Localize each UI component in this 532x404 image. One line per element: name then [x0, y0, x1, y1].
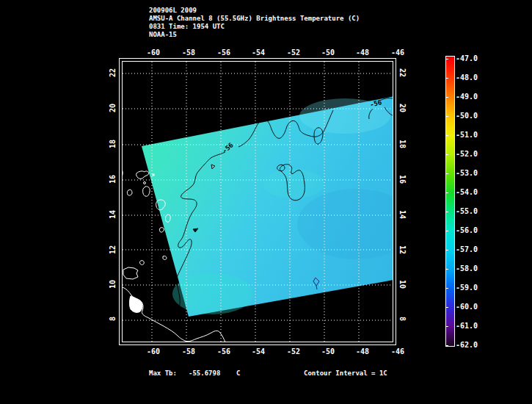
colorbar-tick [446, 116, 448, 117]
lat-tick-label: 22 [109, 68, 117, 77]
lon-tick-label: -50 [321, 347, 335, 356]
colorbar-tick [446, 345, 448, 346]
colorbar-tick-label: -59.0 [456, 284, 478, 292]
lon-tick-label: -48 [356, 48, 369, 57]
lat-tick-label: 8 [398, 317, 407, 321]
lat-tick-label: 22 [398, 68, 407, 77]
max-tb-label: Max Tb: [149, 369, 177, 377]
colorbar-tick [446, 269, 448, 270]
colorbar-tick [446, 212, 448, 212]
colorbar-tick-label: -52.0 [456, 151, 478, 158]
lat-tick-label: 16 [398, 175, 407, 184]
lon-tick-label: -58 [182, 48, 195, 57]
max-tb-unit: C [236, 369, 240, 377]
lon-tick-label: -50 [321, 48, 335, 57]
colorbar-tick [446, 288, 448, 289]
lon-tick-label: -54 [252, 48, 265, 57]
lon-tick-label: -54 [252, 347, 265, 356]
lon-tick-label: -46 [391, 347, 404, 356]
lon-tick-label: -58 [182, 347, 195, 356]
lat-tick-label: 18 [398, 140, 407, 148]
lat-tick-label: 16 [109, 175, 117, 184]
colorbar-tick-label: -51.0 [456, 131, 478, 139]
swath-texture-blob [172, 273, 253, 314]
colorbar-tick-label: -61.0 [456, 322, 478, 330]
colorbar-tick-label: -56.0 [456, 227, 478, 234]
colorbar-tick-label: -54.0 [456, 189, 478, 196]
colorbar-tick [446, 307, 448, 308]
colorbar-tick-label: -53.0 [456, 170, 478, 177]
colorbar-tick-label: -58.0 [456, 265, 478, 273]
lat-tick-label: 12 [109, 245, 117, 254]
colorbar-tick [446, 78, 448, 79]
lat-tick-label: 14 [398, 210, 407, 219]
colorbar-tick [446, 250, 448, 250]
lon-tick-label: -52 [287, 48, 300, 57]
colorbar [445, 56, 455, 347]
colorbar-tick-label: -62.0 [456, 342, 478, 349]
swath-texture-blob [297, 189, 415, 259]
colorbar-tick [446, 97, 448, 98]
colorbar-tick [446, 154, 448, 155]
colorbar-tick-label: -60.0 [456, 303, 478, 311]
lon-tick-label: -56 [217, 48, 230, 57]
colorbar-tick-label: -49.0 [456, 93, 478, 101]
colorbar-tick-label: -48.0 [456, 74, 478, 82]
colorbar-tick [446, 192, 448, 193]
colorbar-tick-label: -50.0 [456, 112, 478, 120]
lon-tick-label: -56 [217, 347, 230, 356]
lat-tick-label: 20 [109, 104, 117, 112]
lon-tick-label: -48 [356, 347, 369, 356]
lon-tick-label: -52 [287, 347, 300, 356]
contour-interval-label: Contour Interval = 1C [304, 369, 387, 377]
lat-tick-label: 10 [109, 280, 117, 289]
colorbar-tick-label: -57.0 [456, 246, 478, 253]
lat-tick-label: 18 [109, 140, 117, 148]
lat-tick-label: 12 [398, 245, 407, 254]
colorbar-tick-label: -55.0 [456, 208, 478, 215]
colorbar-tick [446, 231, 448, 231]
lat-tick-label: 20 [398, 104, 407, 112]
colorbar-tick [446, 135, 448, 136]
colorbar-tick [446, 173, 448, 174]
colorbar-tick-label: -47.0 [456, 55, 478, 62]
lon-tick-label: -60 [147, 347, 160, 356]
lon-tick-label: -60 [147, 48, 160, 57]
lat-tick-label: 14 [109, 210, 117, 219]
lon-tick-label: -46 [391, 48, 404, 57]
colorbar-tick [446, 59, 448, 59]
screenshot-root: 200906L 2009 AMSU-A Channel 8 (55.5GHz) … [0, 0, 532, 404]
colorbar-tick [446, 326, 448, 327]
lat-tick-label: 10 [398, 280, 407, 289]
lat-tick-label: 8 [109, 317, 117, 321]
max-tb-value: -55.6798 [189, 369, 220, 377]
